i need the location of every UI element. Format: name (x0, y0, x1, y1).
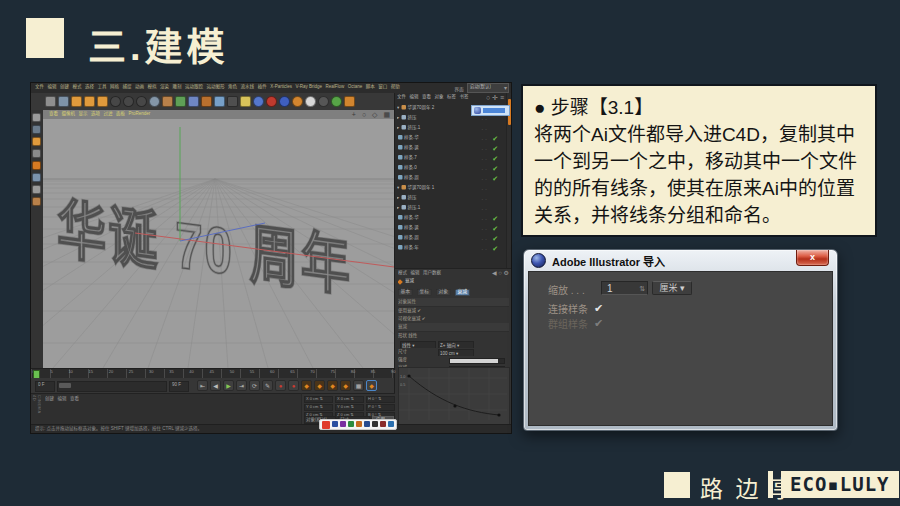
ime-tool-icon[interactable] (340, 421, 346, 427)
viewport-canvas[interactable]: 华诞 70 周年 华诞 70 周年 (43, 119, 394, 368)
viewport-menu-item[interactable]: 显示 (79, 111, 88, 116)
object-row[interactable]: 样条.7· ·✔ (397, 154, 501, 164)
object-name[interactable]: 样条.年 (404, 245, 419, 250)
coordinate-field[interactable]: X 0 cm ⇅ (304, 396, 333, 403)
object-name[interactable]: 样条.7 (404, 155, 417, 160)
attribute-row[interactable]: 可视化衰减 ✔ (398, 315, 509, 323)
layer-dots-icon[interactable]: · · (481, 194, 487, 204)
viewport-menu-item[interactable]: 查看 (49, 111, 58, 116)
layer-dots-icon[interactable]: · · (481, 164, 487, 174)
render-settings-icon[interactable] (175, 96, 186, 107)
layer-dots-icon[interactable]: · · (481, 214, 487, 224)
object-row[interactable]: 样条.华· ·✔ (397, 214, 501, 224)
dialog-titlebar[interactable]: Adobe Illustrator 导入 (524, 250, 837, 271)
menu-item[interactable]: 动画 (135, 84, 144, 89)
layer-dots-icon[interactable]: · · (481, 224, 487, 234)
light-icon[interactable] (240, 96, 251, 107)
object-manager-tool-icons[interactable]: ○ ✛ ≡ (486, 93, 504, 102)
object-name[interactable]: 样条.诞 (404, 145, 419, 150)
lock-icon[interactable] (318, 96, 329, 107)
gear-green-icon[interactable] (331, 96, 342, 107)
ime-tool-icon[interactable] (332, 421, 338, 427)
viewport-menu-item[interactable]: 摄像机 (62, 111, 76, 116)
attribute-row[interactable]: 使用衰减 ✔ (398, 307, 509, 315)
menu-item[interactable]: 渲染 (160, 84, 169, 89)
enabled-check-icon[interactable]: ✔ (492, 164, 498, 174)
coordinate-field[interactable]: Y 0 cm ⇅ (304, 404, 333, 411)
object-manager-menu-item[interactable]: 标签 (447, 94, 456, 99)
attribute-dropdown[interactable]: Z+ 轴向 ▾ (438, 341, 474, 348)
play-button[interactable]: ▶ (223, 380, 234, 391)
coordinate-field[interactable]: P 0 ° ⇅ (366, 404, 395, 411)
spinner-icon[interactable]: ⇅ (639, 282, 645, 296)
attribute-tab[interactable]: 衰减 (455, 289, 469, 296)
texture-mode-icon[interactable] (32, 125, 41, 134)
scrollbar[interactable] (506, 93, 512, 268)
coordinate-field[interactable]: H 0 ° ⇅ (366, 396, 395, 403)
layer-dots-icon[interactable]: · · (481, 154, 487, 164)
object-manager-menu-item[interactable]: 书签 (460, 94, 469, 99)
key-pla-button[interactable]: ▦ (353, 380, 364, 391)
record-button[interactable]: ● (275, 380, 286, 391)
falloff-curve[interactable] (409, 376, 499, 415)
connect-splines-checkbox[interactable]: ✔ (594, 302, 603, 315)
attribute-row[interactable]: 形状 线性 (398, 332, 509, 340)
menu-item[interactable]: 网格 (110, 84, 119, 89)
object-row[interactable]: 样条.周· ·✔ (397, 234, 501, 244)
coord-system-icon[interactable] (149, 96, 160, 107)
falloff-curve-graph[interactable]: 1.00.5 0.20.40.60.81.0 (398, 367, 510, 431)
attribute-row[interactable]: 尺寸100 cm ▾ (398, 348, 509, 356)
attribute-menu-item[interactable]: 用户数据 (423, 270, 441, 275)
record-button[interactable]: ● (288, 380, 299, 391)
timeline-slider[interactable] (57, 381, 167, 392)
select-tool-icon[interactable] (58, 96, 69, 107)
object-name[interactable]: 样条.华 (404, 135, 419, 140)
object-row[interactable]: 样条.诞· ·✔ (397, 224, 501, 234)
key-scale-button[interactable]: ◆ (314, 380, 325, 391)
interface-dropdown[interactable]: 启动(默认) ▾ (467, 83, 509, 93)
layer-dots-icon[interactable]: · · (481, 234, 487, 244)
menu-item[interactable]: 工具 (98, 84, 107, 89)
menu-item[interactable]: X-Particles (270, 84, 292, 89)
timeline-slider-handle[interactable] (59, 383, 71, 388)
menu-item[interactable]: 模拟 (148, 84, 157, 89)
loop-button[interactable]: ⟳ (249, 380, 260, 391)
menu-item[interactable]: 文件 (35, 84, 44, 89)
material-menu-item[interactable]: 查看 (70, 396, 79, 401)
key-position-button[interactable]: ◆ (301, 380, 312, 391)
menu-item[interactable]: 窗口 (378, 84, 387, 89)
object-name[interactable]: 样条.诞 (404, 225, 419, 230)
object-name[interactable]: 华诞70周年 2 (408, 105, 435, 110)
key-parameter-button[interactable]: ◆ (340, 380, 351, 391)
expand-arrow-icon[interactable]: ▾ (397, 105, 401, 110)
polygons-mode-icon[interactable] (32, 173, 41, 182)
spline-pen-icon[interactable] (201, 96, 212, 107)
menu-item[interactable]: 运动跟踪 (185, 84, 203, 89)
viewport-menu-item[interactable]: 选项 (91, 111, 100, 116)
menu-item[interactable]: 捕捉 (123, 84, 132, 89)
object-row[interactable]: ▸ 挤压.1· · (397, 124, 501, 134)
expand-arrow-icon[interactable]: ▸ (397, 125, 401, 130)
menu-item[interactable]: RealFlow (325, 84, 344, 89)
enabled-check-icon[interactable]: ✔ (492, 144, 498, 154)
menu-item[interactable]: 创建 (60, 84, 69, 89)
attribute-tab[interactable]: 坐标 (417, 289, 431, 296)
enabled-check-icon[interactable]: ✔ (492, 224, 498, 234)
camera-blue-icon[interactable] (279, 96, 290, 107)
menu-item[interactable]: 角色 (228, 84, 237, 89)
viewport-menu-item[interactable]: 面板 (116, 111, 125, 116)
sogou-logo-icon[interactable] (322, 421, 330, 429)
menu-item[interactable]: 流水线 (241, 84, 255, 89)
enabled-check-icon[interactable]: ✔ (492, 174, 498, 184)
ime-tool-icon[interactable] (372, 421, 378, 427)
undo-icon[interactable] (45, 96, 56, 107)
expand-arrow-icon[interactable]: ▾ (397, 185, 401, 190)
layer-dots-icon[interactable]: · · (481, 244, 487, 254)
object-name[interactable]: 挤压 (408, 115, 417, 120)
render-view-icon[interactable] (162, 96, 173, 107)
menu-item[interactable]: V-Ray Bridge (295, 84, 322, 89)
close-button[interactable]: x (796, 250, 829, 266)
attribute-row[interactable]: 线性 ▾Z+ 轴向 ▾ (398, 340, 509, 348)
display-pill-icon[interactable] (305, 96, 316, 107)
frame-end-field[interactable]: 90 F (169, 381, 189, 392)
